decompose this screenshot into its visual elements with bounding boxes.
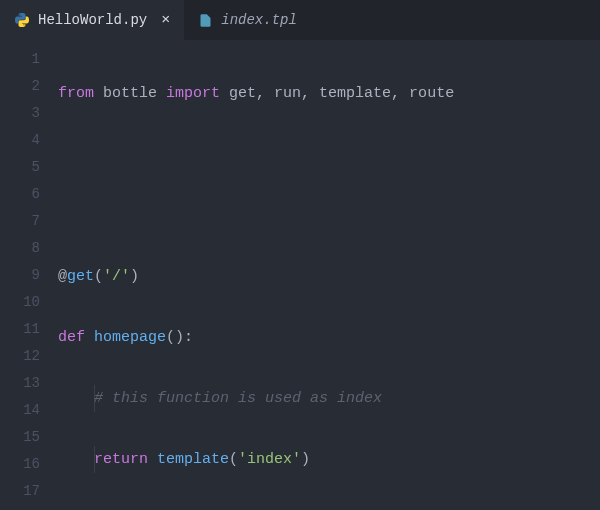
code-line: from bottle import get, run, template, r… xyxy=(58,80,592,107)
tab-indextpl[interactable]: index.tpl xyxy=(184,0,311,40)
line-number: 15 xyxy=(0,424,40,451)
line-number: 5 xyxy=(0,154,40,181)
line-number: 12 xyxy=(0,343,40,370)
line-number: 2 xyxy=(0,73,40,100)
tab-helloworld[interactable]: HelloWorld.py × xyxy=(0,0,184,40)
line-number: 10 xyxy=(0,289,40,316)
code-line: # this function is used as index xyxy=(58,385,592,412)
code-line xyxy=(58,141,592,168)
tab-label: HelloWorld.py xyxy=(38,12,147,28)
tab-bar: HelloWorld.py × index.tpl xyxy=(0,0,600,40)
line-number: 4 xyxy=(0,127,40,154)
line-number: 3 xyxy=(0,100,40,127)
line-number: 9 xyxy=(0,262,40,289)
python-icon xyxy=(14,12,30,28)
code-line: @get('/') xyxy=(58,263,592,290)
code-area[interactable]: from bottle import get, run, template, r… xyxy=(58,46,600,510)
code-line: def homepage(): xyxy=(58,324,592,351)
close-icon[interactable]: × xyxy=(161,13,170,28)
line-number: 11 xyxy=(0,316,40,343)
line-number-gutter: 1 2 3 4 5 6 7 8 9 10 11 12 13 14 15 16 1… xyxy=(0,46,58,510)
code-line xyxy=(58,202,592,229)
tab-label: index.tpl xyxy=(221,12,297,28)
code-line: return template('index') xyxy=(58,446,592,473)
file-icon xyxy=(198,13,213,28)
line-number: 14 xyxy=(0,397,40,424)
line-number: 8 xyxy=(0,235,40,262)
line-number: 1 xyxy=(0,46,40,73)
line-number: 7 xyxy=(0,208,40,235)
line-number: 16 xyxy=(0,451,40,478)
line-number: 17 xyxy=(0,478,40,505)
line-number: 6 xyxy=(0,181,40,208)
code-editor[interactable]: 1 2 3 4 5 6 7 8 9 10 11 12 13 14 15 16 1… xyxy=(0,40,600,510)
line-number: 13 xyxy=(0,370,40,397)
